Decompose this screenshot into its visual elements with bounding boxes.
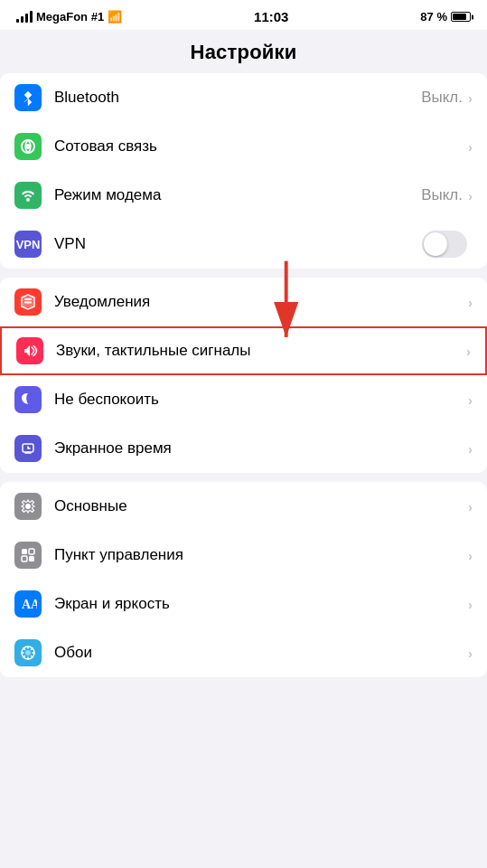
screen-time-row[interactable]: Экранное время › (0, 424, 487, 473)
display-label: Экран и яркость (54, 595, 468, 613)
bluetooth-chevron: › (468, 90, 473, 106)
control-center-chevron: › (468, 548, 473, 563)
signal-bars (16, 11, 33, 23)
do-not-disturb-icon (14, 386, 42, 413)
display-icon: AA (14, 590, 42, 618)
general-chevron: › (468, 499, 473, 514)
wallpaper-label: Обои (54, 644, 468, 662)
svg-point-2 (26, 198, 30, 202)
sounds-row[interactable]: Звуки, тактильные сигналы › (0, 326, 487, 375)
battery-percent-label: 87 % (420, 10, 447, 24)
do-not-disturb-label: Не беспокоить (54, 391, 468, 409)
notifications-row[interactable]: Уведомления › (0, 278, 487, 326)
general-group: Основные › Пункт управления › AA (0, 482, 487, 677)
hotspot-chevron: › (468, 188, 473, 203)
notifications-group: Уведомления › Звуки, тактильные сигналы … (0, 278, 487, 473)
notifications-icon (14, 288, 42, 316)
status-right: 87 % (420, 10, 471, 24)
bluetooth-label: Bluetooth (54, 89, 421, 107)
vpn-icon: VPN (14, 231, 42, 258)
cellular-row[interactable]: Сотовая связь › (0, 122, 487, 171)
hotspot-label: Режим модема (54, 186, 421, 204)
bluetooth-value: Выкл. (421, 89, 463, 107)
notifications-label: Уведомления (54, 293, 468, 311)
time-display: 11:03 (254, 9, 288, 24)
do-not-disturb-row[interactable]: Не беспокоить › (0, 375, 487, 424)
hotspot-row[interactable]: Режим модема Выкл. › (0, 171, 487, 220)
status-bar: MegaFon #1 📶 11:03 87 % (0, 0, 487, 30)
svg-rect-8 (22, 549, 27, 554)
svg-rect-11 (29, 556, 34, 561)
hotspot-icon (14, 182, 42, 209)
wallpaper-row[interactable]: Обои › (0, 628, 487, 677)
vpn-label: VPN (54, 235, 422, 253)
svg-rect-4 (24, 298, 32, 300)
hotspot-value: Выкл. (421, 186, 463, 204)
battery-indicator (451, 12, 471, 22)
control-center-icon (14, 542, 42, 569)
sounds-chevron: › (466, 344, 471, 359)
control-center-label: Пункт управления (54, 546, 468, 564)
screen-time-chevron: › (468, 441, 473, 457)
gear-icon (14, 493, 42, 520)
connectivity-group: Bluetooth Выкл. › Сотовая связь › (0, 73, 487, 269)
general-row[interactable]: Основные › (0, 482, 487, 531)
cellular-icon (14, 133, 42, 160)
svg-point-14 (25, 650, 31, 656)
cellular-chevron: › (468, 139, 473, 155)
general-label: Основные (54, 497, 468, 515)
sounds-icon (16, 337, 43, 364)
display-row[interactable]: AA Экран и яркость › (0, 580, 487, 628)
do-not-disturb-chevron: › (468, 392, 473, 408)
status-left: MegaFon #1 📶 (16, 10, 122, 24)
screen-time-icon (14, 435, 42, 462)
svg-rect-6 (24, 349, 27, 353)
control-center-row[interactable]: Пункт управления › (0, 531, 487, 580)
wallpaper-icon (14, 639, 42, 666)
wifi-icon: 📶 (108, 10, 122, 24)
bluetooth-icon (14, 84, 42, 111)
vpn-toggle[interactable] (422, 231, 467, 258)
sounds-label: Звуки, тактильные сигналы (56, 342, 466, 360)
svg-rect-10 (22, 556, 27, 561)
svg-rect-5 (24, 302, 32, 304)
display-chevron: › (468, 597, 473, 612)
cellular-label: Сотовая связь (54, 137, 463, 156)
screen-time-label: Экранное время (54, 439, 468, 458)
wallpaper-chevron: › (468, 646, 473, 661)
page-title: Настройки (0, 30, 487, 73)
svg-rect-9 (29, 549, 34, 554)
vpn-row[interactable]: VPN VPN (0, 220, 487, 269)
bluetooth-row[interactable]: Bluetooth Выкл. › (0, 73, 487, 122)
notifications-chevron: › (468, 295, 473, 310)
carrier-label: MegaFon #1 (36, 10, 104, 24)
svg-text:AA: AA (22, 598, 37, 611)
